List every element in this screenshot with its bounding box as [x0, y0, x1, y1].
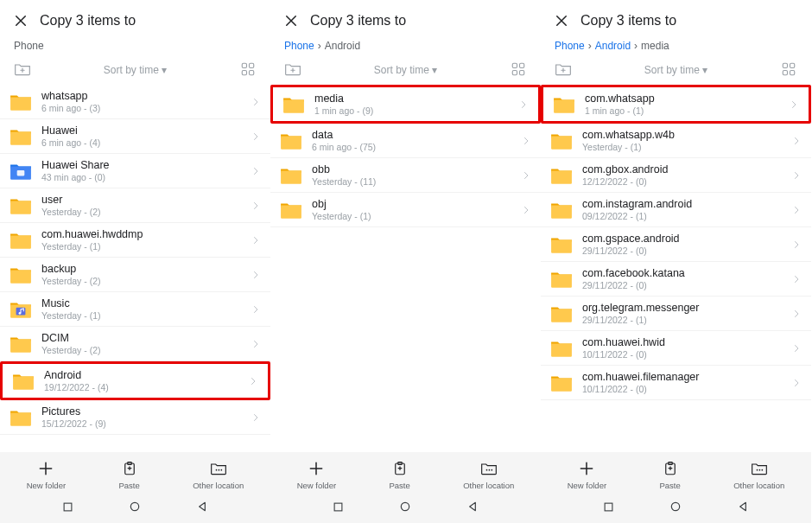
- list-toolbar: Sort by time ▾: [0, 57, 270, 85]
- new-folder-icon[interactable]: [555, 61, 572, 77]
- breadcrumb-link[interactable]: Android: [595, 40, 631, 52]
- folder-subtext: 29/11/2022 - (0): [582, 246, 790, 256]
- page-title: Copy 3 items to: [580, 13, 676, 29]
- paste-icon: [661, 459, 680, 478]
- folder-icon: [549, 303, 574, 324]
- chevron-right-icon: [520, 135, 532, 147]
- breadcrumb-link[interactable]: Phone: [284, 40, 314, 52]
- page-title: Copy 3 items to: [310, 13, 406, 29]
- new-folder-button[interactable]: New folder: [297, 459, 336, 490]
- list-item[interactable]: com.instagram.android09/12/2022 - (1): [541, 193, 811, 227]
- close-icon[interactable]: [12, 12, 29, 29]
- list-item[interactable]: whatsapp6 min ago - (3): [0, 85, 270, 119]
- nav-home-icon[interactable]: [127, 499, 143, 514]
- nav-home-icon[interactable]: [397, 499, 413, 514]
- folder-meta: Huawei6 min ago - (4): [41, 124, 250, 148]
- chevron-right-icon: [790, 273, 802, 285]
- folder-meta: Android19/12/2022 - (4): [44, 369, 247, 392]
- folder-list: media1 min ago - (9)data6 min ago - (75)…: [270, 85, 541, 452]
- svg-rect-12: [64, 503, 72, 511]
- svg-point-33: [761, 469, 763, 471]
- folder-icon: [9, 334, 33, 354]
- folder-icon: [9, 92, 33, 112]
- nav-recent-icon[interactable]: [331, 499, 346, 514]
- paste-button[interactable]: Paste: [118, 459, 139, 490]
- grid-view-icon[interactable]: [510, 61, 527, 78]
- close-icon[interactable]: [282, 12, 300, 29]
- folder-meta: DCIMYesterday - (2): [41, 332, 250, 355]
- folder-subtext: 12/12/2022 - (0): [582, 176, 790, 187]
- new-folder-icon[interactable]: [284, 61, 301, 77]
- system-nav-bar: [541, 494, 811, 520]
- folder-name: obb: [312, 163, 520, 175]
- list-item[interactable]: com.gspace.android29/11/2022 - (0): [541, 227, 811, 262]
- paste-icon: [390, 459, 409, 478]
- list-item[interactable]: org.telegram.messenger29/11/2022 - (1): [541, 297, 811, 331]
- other-location-button[interactable]: Other location: [733, 459, 784, 490]
- chevron-right-icon: [247, 375, 259, 387]
- list-item[interactable]: media1 min ago - (9): [270, 85, 541, 124]
- other-location-icon: [209, 459, 228, 478]
- grid-view-icon[interactable]: [780, 61, 797, 78]
- nav-recent-icon[interactable]: [601, 499, 617, 514]
- folder-name: org.telegram.messenger: [582, 302, 790, 314]
- folder-icon: [9, 161, 33, 182]
- other-location-icon: [479, 459, 498, 478]
- list-item[interactable]: Huawei Share43 min ago - (0): [0, 154, 270, 188]
- nav-back-icon[interactable]: [465, 499, 480, 514]
- sort-button[interactable]: Sort by time ▾: [104, 64, 167, 76]
- paste-button[interactable]: Paste: [659, 459, 680, 490]
- folder-icon: [549, 338, 574, 359]
- list-item[interactable]: DCIMYesterday - (2): [0, 327, 270, 361]
- sort-button[interactable]: Sort by time ▾: [644, 64, 707, 76]
- list-item[interactable]: Huawei6 min ago - (4): [0, 119, 270, 154]
- list-item[interactable]: backupYesterday - (2): [0, 258, 270, 292]
- other-location-button[interactable]: Other location: [463, 459, 514, 490]
- list-item[interactable]: com.whatsapp.w4bYesterday - (1): [541, 124, 811, 158]
- breadcrumb: Phone › Android › media: [541, 36, 811, 57]
- list-item[interactable]: objYesterday - (1): [270, 193, 541, 227]
- chevron-right-icon: [250, 411, 262, 424]
- list-item[interactable]: obbYesterday - (11): [270, 158, 541, 193]
- list-item[interactable]: data6 min ago - (75): [270, 124, 541, 158]
- chevron-right-icon: [790, 239, 802, 251]
- folder-name: backup: [41, 263, 250, 275]
- other-location-button[interactable]: Other location: [193, 459, 244, 490]
- list-item[interactable]: com.huawei.hwddmpYesterday - (1): [0, 223, 270, 258]
- new-folder-button[interactable]: New folder: [568, 459, 606, 490]
- folder-list: com.whatsapp1 min ago - (1)com.whatsapp.…: [541, 85, 811, 452]
- list-item[interactable]: MusicYesterday - (1): [0, 292, 270, 327]
- new-folder-button[interactable]: New folder: [27, 459, 66, 490]
- folder-icon: [549, 269, 574, 290]
- folder-subtext: 1 min ago - (1): [585, 105, 788, 116]
- list-item[interactable]: userYesterday - (2): [0, 188, 270, 223]
- list-item[interactable]: Android19/12/2022 - (4): [0, 361, 270, 400]
- sort-button[interactable]: Sort by time ▾: [374, 64, 437, 76]
- list-item[interactable]: com.facebook.katana29/11/2022 - (0): [541, 262, 811, 297]
- list-item[interactable]: Pictures15/12/2022 - (9): [0, 400, 270, 435]
- list-item[interactable]: com.gbox.android12/12/2022 - (0): [541, 158, 811, 193]
- nav-back-icon[interactable]: [735, 499, 751, 514]
- nav-recent-icon[interactable]: [60, 499, 76, 514]
- grid-view-icon[interactable]: [239, 61, 257, 78]
- paste-button[interactable]: Paste: [389, 459, 409, 490]
- list-item[interactable]: com.huawei.filemanager10/11/2022 - (0): [541, 366, 811, 400]
- list-item[interactable]: com.huawei.hwid10/11/2022 - (0): [541, 331, 811, 366]
- folder-meta: objYesterday - (1): [312, 198, 520, 221]
- folder-subtext: 43 min ago - (0): [41, 172, 250, 182]
- chevron-right-icon: [790, 308, 802, 320]
- chevron-right-icon: [250, 338, 262, 350]
- svg-point-22: [491, 469, 492, 471]
- new-folder-icon[interactable]: [14, 61, 31, 77]
- nav-back-icon[interactable]: [194, 499, 210, 514]
- folder-icon: [279, 131, 303, 151]
- nav-home-icon[interactable]: [668, 499, 683, 514]
- folder-meta: com.huawei.hwid10/11/2022 - (0): [582, 336, 790, 360]
- breadcrumb-link[interactable]: Phone: [555, 40, 585, 52]
- folder-name: com.huawei.hwid: [582, 336, 790, 348]
- svg-point-24: [402, 502, 409, 510]
- svg-rect-27: [783, 71, 787, 75]
- close-icon[interactable]: [553, 12, 570, 29]
- list-item[interactable]: com.whatsapp1 min ago - (1): [541, 85, 811, 124]
- folder-name: Huawei: [41, 124, 250, 137]
